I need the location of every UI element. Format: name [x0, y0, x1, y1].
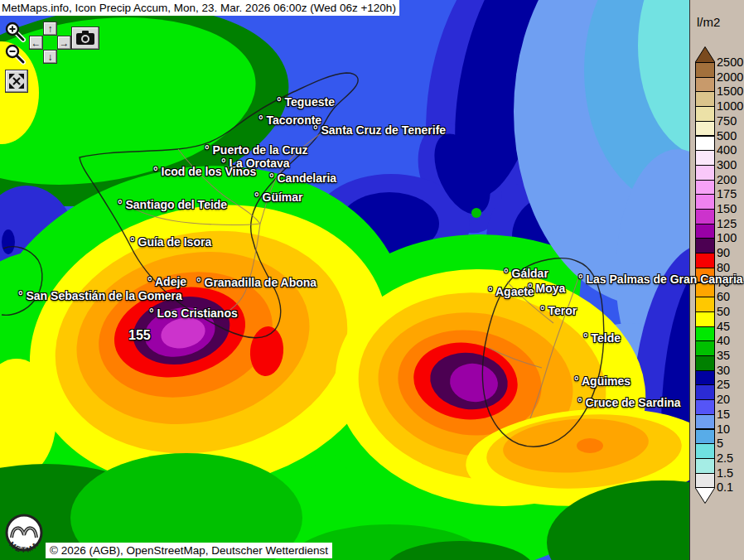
legend-band-label: 90	[717, 246, 730, 259]
legend-band	[695, 150, 715, 166]
legend-band-label: 100	[717, 231, 737, 244]
legend-band	[695, 282, 715, 298]
legend-arrow-bottom	[695, 487, 715, 504]
screenshot-button[interactable]	[71, 27, 99, 50]
legend-band	[695, 209, 715, 224]
fullscreen-button[interactable]	[5, 70, 28, 93]
legend-band-label: 30	[717, 364, 730, 377]
pan-left-button[interactable]: ←	[29, 36, 43, 50]
legend-band-label: 1500	[717, 84, 743, 98]
legend-panel: l/m2 25002000150010007505004003002001751…	[689, 0, 744, 560]
legend-band	[695, 340, 715, 356]
legend-band-label: 15	[717, 408, 730, 421]
legend-band-label: 200	[717, 173, 737, 186]
legend-band	[695, 194, 715, 210]
legend-band-label: 2000	[717, 70, 743, 84]
legend-band	[695, 458, 715, 474]
fullscreen-icon	[8, 73, 25, 89]
legend-band	[695, 268, 715, 283]
pan-left-icon: ←	[31, 37, 41, 49]
metmaps-logo: METMAPS	[2, 512, 48, 560]
legend-band	[695, 443, 715, 459]
legend-band	[695, 384, 715, 400]
legend-band-label: 20	[717, 393, 730, 406]
legend-band	[695, 165, 715, 181]
legend-band	[695, 399, 715, 415]
legend-band	[695, 473, 715, 489]
legend-band-label: 1000	[717, 99, 743, 113]
legend-band-label: 70	[717, 276, 730, 289]
legend-band-label: 750	[717, 114, 737, 128]
legend-band-label: 35	[717, 349, 730, 362]
legend-band-label: 500	[717, 129, 737, 142]
legend-band	[695, 136, 715, 152]
zoom-out-icon	[4, 43, 26, 65]
legend-band	[695, 414, 715, 430]
legend-band-label: 175	[717, 187, 737, 200]
legend-band-label: 60	[717, 290, 730, 303]
legend-band	[695, 77, 715, 93]
legend-band	[695, 297, 715, 312]
weather-map-app: ↑ ← → ↓ l/m2 25002000150010007505004	[0, 0, 744, 560]
legend-arrow-top	[695, 46, 715, 63]
attribution: © 2026 (AGB), OpenStreetMap, Deutscher W…	[46, 543, 332, 558]
legend-band-label: 5	[717, 437, 723, 450]
legend-unit-label: l/m2	[697, 15, 720, 29]
camera-icon	[75, 31, 95, 46]
legend-band-label: 40	[717, 334, 730, 347]
legend-band-label: 45	[717, 320, 730, 333]
legend-band	[695, 429, 715, 445]
title-bar: MetMaps.info, Icon Precip Accum, Mon, 23…	[0, 0, 399, 16]
legend-band	[695, 326, 715, 342]
legend-band	[695, 370, 715, 386]
legend-band	[695, 238, 715, 253]
legend-band-label: 10	[717, 422, 730, 436]
legend-band	[695, 355, 715, 371]
legend-band	[695, 121, 715, 137]
legend-band-label: 1.5	[717, 466, 733, 480]
pan-right-icon: →	[60, 37, 70, 49]
legend-band	[695, 253, 715, 268]
zoom-out-button[interactable]	[4, 43, 26, 68]
zoom-in-icon	[4, 21, 26, 42]
legend-band-label: 0.1	[717, 480, 733, 494]
legend-band-label: 150	[717, 202, 737, 215]
legend-band-label: 400	[717, 143, 737, 157]
pan-down-button[interactable]: ↓	[43, 50, 57, 64]
precipitation-map[interactable]	[0, 0, 744, 560]
legend-band-label: 25	[717, 378, 730, 391]
pan-down-icon: ↓	[48, 51, 53, 63]
pan-right-button[interactable]: →	[57, 36, 71, 50]
legend-band-label: 80	[717, 261, 730, 274]
pan-up-icon: ↑	[48, 23, 53, 35]
legend-band	[695, 91, 715, 107]
zoom-in-button[interactable]	[4, 21, 26, 46]
legend-band	[695, 224, 715, 239]
legend-band-label: 50	[717, 305, 730, 318]
legend-band-label: 2500	[717, 56, 743, 69]
legend-band-label: 300	[717, 158, 737, 171]
legend-band	[695, 106, 715, 122]
legend-band	[695, 62, 715, 78]
legend-band-label: 125	[717, 217, 737, 230]
legend-band-label: 2.5	[717, 451, 733, 465]
legend-band	[695, 311, 715, 327]
metmaps-logo-icon: METMAPS	[2, 512, 48, 560]
legend-band	[695, 180, 715, 196]
pan-up-button[interactable]: ↑	[43, 22, 57, 36]
